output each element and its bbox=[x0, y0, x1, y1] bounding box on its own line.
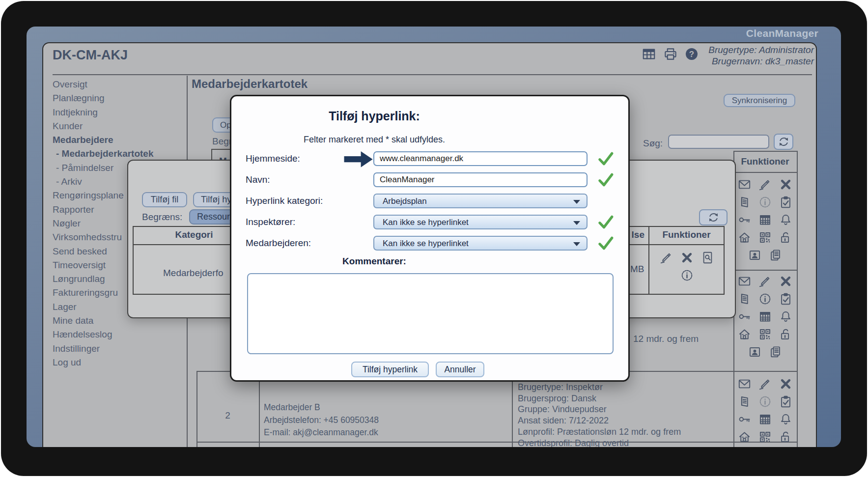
employee-contact: Medarbejder B Arbejdstelefon: +45 609503… bbox=[264, 401, 379, 439]
cross-icon[interactable] bbox=[779, 275, 792, 288]
idcard-icon[interactable] bbox=[748, 249, 761, 262]
grid-icon[interactable] bbox=[758, 413, 772, 426]
house-icon[interactable] bbox=[738, 430, 751, 444]
qr-icon[interactable] bbox=[758, 430, 772, 444]
cross-icon[interactable] bbox=[680, 251, 694, 264]
table-line bbox=[733, 270, 798, 271]
zoomdoc-icon[interactable] bbox=[701, 251, 714, 264]
table-line bbox=[797, 151, 798, 447]
cross-icon[interactable] bbox=[779, 377, 792, 391]
mail-icon[interactable] bbox=[738, 178, 751, 191]
qr-icon[interactable] bbox=[758, 328, 772, 341]
refresh-button bbox=[774, 134, 793, 150]
header-divider bbox=[53, 74, 812, 75]
sidebar-item[interactable]: Indstillinger bbox=[53, 342, 185, 356]
grid-icon[interactable] bbox=[758, 213, 772, 226]
user-info: Brugertype: Administrator Brugernavn: dk… bbox=[584, 44, 814, 67]
sidebar-item[interactable]: Kunder bbox=[53, 119, 185, 133]
sidebar-item[interactable]: Planlægning bbox=[53, 91, 185, 105]
mail-icon[interactable] bbox=[738, 377, 751, 391]
submit-hyperlink-button[interactable]: Tilføj hyperlink bbox=[351, 362, 429, 377]
employee-details: Brugertype: InspektørBrugersprog: DanskG… bbox=[518, 382, 681, 447]
refresh-icon[interactable] bbox=[777, 135, 790, 148]
bell-icon[interactable] bbox=[779, 213, 792, 226]
file-row-icons bbox=[651, 251, 723, 286]
detail-line: Ansat siden: 7/12-2022 bbox=[518, 415, 681, 426]
copy-icon[interactable] bbox=[769, 345, 782, 359]
sidebar-item[interactable]: - Medarbejderkartotek bbox=[53, 147, 185, 161]
info-icon[interactable] bbox=[758, 196, 772, 209]
row2-funktioner-icons bbox=[733, 275, 797, 363]
valid-check-icon bbox=[597, 150, 614, 167]
key-icon[interactable] bbox=[738, 310, 751, 323]
account-title: DK-CM-AKJ bbox=[53, 48, 128, 63]
row1-text-fragment: 12 mdr. og frem bbox=[633, 334, 699, 344]
info-icon[interactable] bbox=[680, 269, 694, 282]
table-line bbox=[259, 371, 260, 447]
refresh-icon[interactable] bbox=[707, 211, 720, 224]
pen-icon[interactable] bbox=[758, 377, 772, 391]
kategori-select[interactable]: Arbejdsplan bbox=[373, 194, 588, 208]
ledger-icon[interactable] bbox=[738, 292, 751, 306]
employee-number: 2 bbox=[196, 410, 259, 421]
detail-line: Brugersprog: Dansk bbox=[518, 393, 681, 404]
limit-label: Begræns: bbox=[142, 212, 182, 223]
field-label-hjemmeside: Hjemmeside: bbox=[246, 151, 344, 166]
hjemmeside-input[interactable] bbox=[373, 151, 588, 166]
pen-icon[interactable] bbox=[660, 251, 673, 264]
sidebar-item[interactable]: Log ud bbox=[53, 356, 185, 369]
mail-icon[interactable] bbox=[738, 275, 751, 288]
sidebar-item[interactable]: Hændelseslog bbox=[53, 328, 185, 341]
lock-icon[interactable] bbox=[779, 430, 792, 444]
clipboard-icon[interactable] bbox=[779, 395, 792, 408]
key-icon[interactable] bbox=[738, 213, 751, 226]
valid-check-icon bbox=[597, 214, 614, 230]
comments-label: Kommentarer: bbox=[231, 256, 517, 267]
lock-icon[interactable] bbox=[779, 328, 792, 341]
house-icon[interactable] bbox=[738, 328, 751, 341]
bell-icon[interactable] bbox=[779, 413, 792, 426]
clipboard-icon[interactable] bbox=[779, 292, 792, 306]
copy-icon[interactable] bbox=[769, 249, 782, 262]
sidebar-item[interactable]: Oversigt bbox=[53, 78, 185, 91]
chevron-down-icon bbox=[573, 242, 580, 246]
comments-textarea[interactable] bbox=[247, 273, 614, 354]
modal-subtitle: Felter markeret med * skal udfyldes. bbox=[231, 135, 517, 145]
inspektoerer-select[interactable]: Kan ikke se hyperlinket bbox=[373, 215, 588, 229]
inspektoerer-select-value: Kan ikke se hyperlinket bbox=[383, 218, 469, 227]
limit-label-partial: Begr bbox=[212, 136, 232, 147]
employee-email: E-mail: akj@cleanmanager.dk bbox=[264, 426, 379, 439]
sidebar-item[interactable]: Indtjekning bbox=[53, 106, 185, 119]
file-category-cell: Medarbejderfo bbox=[163, 268, 224, 279]
cross-icon[interactable] bbox=[779, 178, 792, 191]
sync-button[interactable]: Synkronisering bbox=[724, 94, 795, 107]
medarbejderen-select[interactable]: Kan ikke se hyperlinket bbox=[373, 236, 588, 251]
table-line bbox=[196, 371, 197, 447]
add-file-button[interactable]: Tilføj fil bbox=[142, 192, 187, 207]
clipboard-icon[interactable] bbox=[779, 196, 792, 209]
grid-icon[interactable] bbox=[758, 310, 772, 323]
house-icon[interactable] bbox=[738, 231, 751, 244]
search-input[interactable] bbox=[668, 135, 769, 149]
idcard-icon[interactable] bbox=[748, 345, 761, 359]
ledger-icon[interactable] bbox=[738, 196, 751, 209]
info-icon[interactable] bbox=[758, 292, 772, 306]
table-line bbox=[733, 172, 798, 173]
qr-icon[interactable] bbox=[758, 231, 772, 244]
user-type: Brugertype: Administrator bbox=[584, 44, 814, 56]
navn-input[interactable] bbox=[373, 172, 588, 187]
row1-funktioner-icons bbox=[733, 178, 797, 266]
info-icon[interactable] bbox=[758, 395, 772, 408]
detail-line: Lønprofil: Præstationsløn 12 mdr. og fre… bbox=[518, 426, 681, 438]
bell-icon[interactable] bbox=[779, 310, 792, 323]
field-label-medarbejderen: Medarbejderen: bbox=[246, 236, 344, 251]
lock-icon[interactable] bbox=[779, 231, 792, 244]
pen-icon[interactable] bbox=[758, 178, 772, 191]
sidebar-item[interactable]: Medarbejdere bbox=[53, 133, 185, 147]
field-label-kategori: Hyperlink kategori: bbox=[246, 194, 344, 208]
ledger-icon[interactable] bbox=[738, 395, 751, 408]
modal-title: Tilføj hyperlink: bbox=[231, 109, 517, 123]
key-icon[interactable] bbox=[738, 413, 751, 426]
cancel-button[interactable]: Annuller bbox=[436, 362, 484, 377]
pen-icon[interactable] bbox=[758, 275, 772, 288]
